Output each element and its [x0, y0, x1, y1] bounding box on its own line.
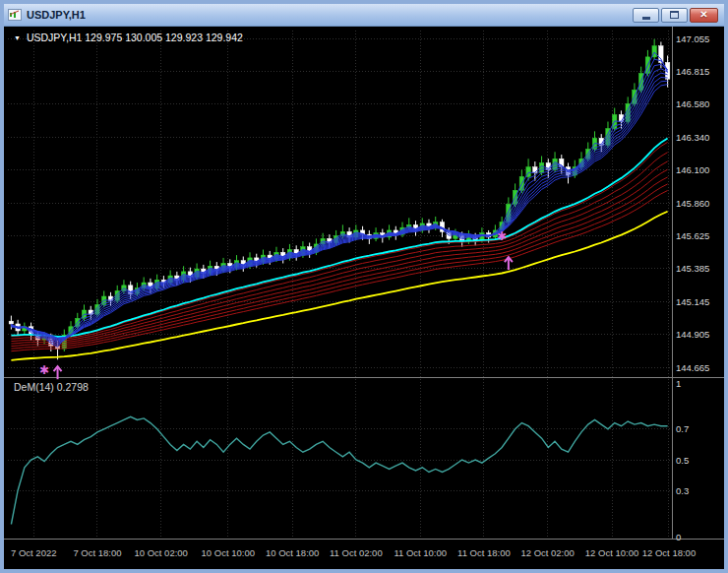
svg-text:147.055: 147.055 [676, 33, 709, 44]
svg-text:146.340: 146.340 [676, 132, 709, 143]
svg-text:11 Oct 10:00: 11 Oct 10:00 [394, 547, 447, 558]
grid-lines [4, 27, 724, 539]
svg-text:1: 1 [676, 378, 681, 389]
svg-text:7 Oct 18:00: 7 Oct 18:00 [73, 547, 121, 558]
minimize-button[interactable] [633, 8, 659, 23]
svg-text:✱: ✱ [39, 363, 49, 377]
svg-text:0.7: 0.7 [676, 423, 689, 434]
chart-window-icon [8, 9, 22, 21]
svg-text:145.385: 145.385 [676, 263, 709, 274]
svg-text:12 Oct 02:00: 12 Oct 02:00 [520, 547, 574, 558]
maximize-button[interactable] [661, 8, 688, 23]
svg-text:0: 0 [676, 532, 681, 542]
svg-text:7 Oct 2022: 7 Oct 2022 [11, 547, 56, 558]
svg-text:146.580: 146.580 [676, 98, 709, 109]
close-button[interactable]: ✕ [690, 8, 718, 23]
svg-text:12 Oct 10:00: 12 Oct 10:00 [585, 547, 638, 558]
window-titlebar[interactable]: USDJPY,H1 ✕ [4, 4, 724, 27]
chart-area[interactable]: ✱✱ 147.055146.815146.580146.340146.10014… [4, 27, 724, 569]
symbol-dropdown-icon[interactable]: ▼ [14, 34, 21, 41]
svg-text:11 Oct 02:00: 11 Oct 02:00 [330, 547, 383, 558]
chart-canvas[interactable]: ✱✱ 147.055146.815146.580146.340146.10014… [4, 27, 724, 569]
minimize-icon [642, 17, 650, 20]
svg-text:0.5: 0.5 [676, 455, 689, 466]
svg-text:145.145: 145.145 [676, 296, 709, 307]
mt-chart-window: USDJPY,H1 ✕ ✱✱ 147.055146.815146.580146.… [0, 0, 728, 573]
svg-text:144.665: 144.665 [676, 362, 709, 373]
svg-text:144.905: 144.905 [676, 329, 709, 340]
svg-text:145.860: 145.860 [676, 198, 709, 209]
window-controls: ✕ [633, 8, 720, 23]
svg-text:146.100: 146.100 [676, 164, 709, 175]
svg-text:12 Oct 18:00: 12 Oct 18:00 [642, 547, 696, 558]
svg-text:✱: ✱ [497, 229, 507, 243]
svg-text:145.625: 145.625 [676, 230, 709, 241]
close-icon: ✕ [699, 10, 707, 20]
svg-text:11 Oct 18:00: 11 Oct 18:00 [457, 547, 511, 558]
svg-text:0.3: 0.3 [676, 485, 689, 496]
svg-text:146.815: 146.815 [676, 66, 709, 77]
price-series [9, 39, 670, 360]
svg-text:10 Oct 10:00: 10 Oct 10:00 [202, 547, 255, 558]
svg-text:10 Oct 18:00: 10 Oct 18:00 [266, 547, 319, 558]
demarker-series [11, 416, 667, 524]
maximize-icon [670, 11, 679, 19]
window-title: USDJPY,H1 [27, 9, 86, 21]
svg-text:10 Oct 02:00: 10 Oct 02:00 [134, 547, 187, 558]
